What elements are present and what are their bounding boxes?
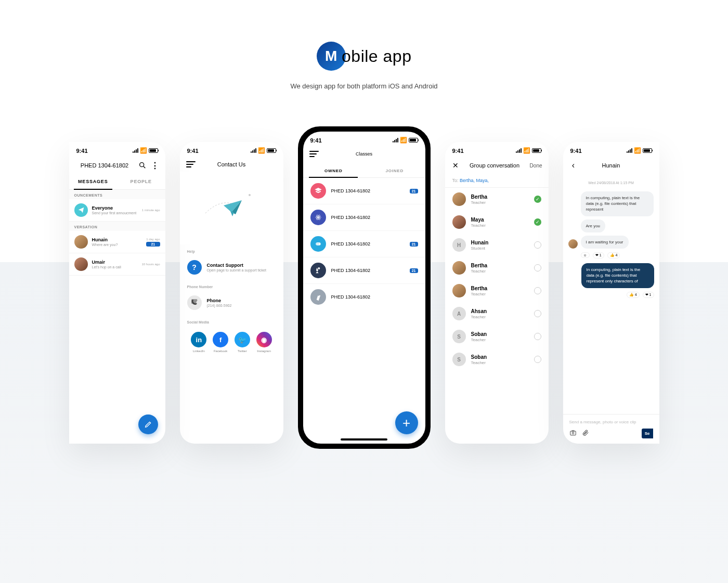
contact-item[interactable]: BerthaTeacher [445,256,549,279]
screen-title: Classes [323,151,406,157]
contact-item[interactable]: SSobanTeacher [445,325,549,348]
chat-date: Wed 24/08/2018 At 1:15 PM [563,174,659,190]
tab-messages[interactable]: MESSAGES [69,174,118,189]
social-instagram[interactable]: ◉Instagram [256,332,272,353]
message-out[interactable]: In computing, plain text is the data (e.… [563,262,659,290]
class-item[interactable]: PHED 1304-61802 [303,284,425,308]
list-item[interactable]: UmairLet's hop on a call 10 hours ago [69,253,165,276]
close-icon[interactable]: ✕ [451,161,460,170]
message-in[interactable]: I am waiting for your [563,234,659,250]
avatar-icon [568,239,578,249]
page-title: obile app [342,47,411,66]
done-button[interactable]: Done [530,163,542,169]
reaction[interactable]: ❤1 [593,252,604,258]
tab-joined[interactable]: JOINED [364,164,425,177]
list-item[interactable]: EveryoneSend your first annoucment 1 min… [69,199,165,222]
send-button[interactable]: Se [642,429,653,438]
menu-icon[interactable] [309,151,319,157]
reaction[interactable]: 👍4 [627,292,640,298]
section-phone: Phone Number [180,280,283,291]
social-twitter[interactable]: 🐦Twitter [235,332,250,353]
radio-icon[interactable] [534,264,541,271]
check-icon: ✓ [534,196,541,203]
contact-item[interactable]: HHunainStudent [445,234,549,256]
reaction[interactable]: ❤1 [643,292,654,298]
section-social: Social Media [180,315,283,327]
screen-title: Contact Us [200,161,264,167]
social-facebook[interactable]: fFacebook [213,332,228,353]
svg-point-10 [318,267,320,269]
list-item[interactable]: HunainWhere are you? 1 day ago21 [69,231,165,253]
menu-icon[interactable] [186,161,196,167]
check-icon: ✓ [534,218,541,226]
svg-point-3 [317,217,319,218]
page-header: M obile app We design app for both platf… [0,0,728,90]
page-subtitle: We design app for both platform iOS and … [0,82,728,90]
message-in[interactable]: Are you [563,218,659,234]
class-item[interactable]: PHED 1304-6180221 [303,231,425,257]
more-icon[interactable]: ⋮ [151,161,159,170]
camera-icon[interactable] [569,429,577,438]
phone-messages: 9:41 📶 PHED 1304-61802 ⋮ MESSAGES PEOPLE… [69,142,165,444]
message-in[interactable]: In computing, plain text is the data (e.… [563,190,659,218]
home-indicator [341,438,387,441]
screen-title: PHED 1304-61802 [75,162,134,169]
section-conversation: VERSATION [69,222,165,231]
radio-icon[interactable] [534,356,541,363]
class-item[interactable]: PHED 1304-6180221 [303,178,425,204]
svg-rect-12 [570,431,576,435]
add-reaction[interactable]: ☺ [581,252,590,258]
class-item[interactable]: PHED 1304-61802 [303,204,425,231]
svg-point-2 [249,194,251,196]
avatar-icon [74,203,88,217]
phone-item[interactable]: Phone(214) 860-5902 [180,291,283,315]
svg-point-11 [319,295,320,297]
search-icon[interactable] [138,161,147,170]
phone-classes: 9:41📶 Classes OWNED JOINED PHED 1304-618… [298,126,431,449]
class-item[interactable]: PHED 1304-6180221 [303,257,425,284]
contact-item[interactable]: AAhsanTeacher [445,302,549,325]
section-announcements: OUNCEMENTS [69,190,165,199]
section-help: Help [180,244,283,256]
contact-item[interactable]: MayaTeacher✓ [445,211,549,234]
phone-chat: 9:41📶 ‹ Hunain Wed 24/08/2018 At 1:15 PM… [563,142,659,444]
screen-title: Group conversation [464,162,526,169]
battery-icon [149,148,158,153]
signal-icon [133,148,138,153]
radio-icon[interactable] [534,241,541,249]
phone-icon [187,295,202,310]
radio-icon[interactable] [534,310,541,317]
radio-icon[interactable] [534,333,541,340]
tab-owned[interactable]: OWNED [303,164,365,177]
attachment-icon[interactable] [582,429,589,438]
chat-input-area: Send a message, photo or voice clip Se [563,414,659,444]
question-icon: ? [187,260,202,275]
social-linkedin[interactable]: inLinkedIn [191,332,206,353]
back-icon[interactable]: ‹ [569,161,578,170]
avatar-icon [74,257,88,271]
svg-point-13 [572,432,574,434]
phone-contact: 9:41📶 Contact Us Help ? Contact SupportO… [180,142,283,444]
chat-input[interactable]: Send a message, photo or voice clip [569,420,653,424]
screen-title: Hunain [582,162,641,169]
status-bar: 9:41 📶 [69,142,165,157]
compose-fab[interactable] [138,414,158,434]
recipients-bar[interactable]: To: Bertha, Maya, [445,174,549,188]
phone-group: 9:41📶 ✕ Group conversation Done To: Bert… [445,142,549,444]
contact-item[interactable]: BerthaTeacher✓ [445,188,549,211]
radio-icon[interactable] [534,287,541,294]
contact-item[interactable]: SSobanTeacher [445,348,549,371]
unread-badge: 21 [146,242,160,247]
tab-people[interactable]: PEOPLE [117,174,165,189]
wifi-icon: 📶 [140,147,147,154]
illustration [180,172,283,244]
contact-item[interactable]: BerthaTeacher [445,279,549,302]
add-fab[interactable]: + [395,411,418,434]
svg-point-0 [139,163,144,167]
svg-line-1 [144,166,145,168]
avatar-icon [74,235,88,249]
reaction[interactable]: 👍4 [607,252,620,258]
contact-support-item[interactable]: ? Contact SupportOpen page to submit a s… [180,256,283,280]
